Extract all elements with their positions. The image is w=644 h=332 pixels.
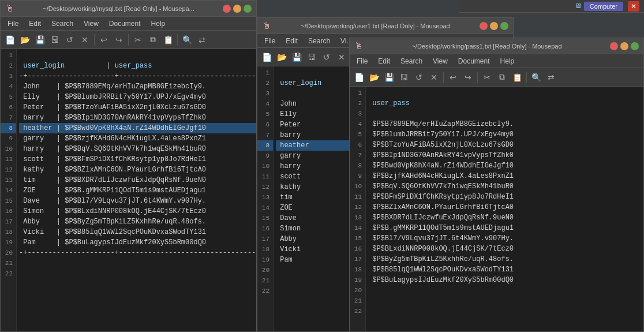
pass1-tb-reload[interactable]: ↺ — [412, 70, 426, 84]
mysql-line-4: John | $P$B7889EMq/erHIuZapMB8GEizebcIy9… — [19, 81, 256, 92]
mysql-line-2: user_login | user_pass — [19, 61, 256, 71]
pass1-menu-file[interactable]: File — [352, 56, 372, 66]
mysql-close-btn[interactable] — [223, 5, 231, 13]
user1-tb-save-as[interactable]: 💾 — [290, 50, 304, 64]
mysql-line-15: Dave | $P$Bl7/V9Lqvu37jJT.6t4KWmY.v907Hy… — [19, 196, 256, 206]
pass1-tb-sep3 — [526, 72, 527, 83]
pass1-menu-view[interactable]: View — [428, 56, 452, 66]
mysql-tb-cut[interactable]: ✂ — [131, 33, 145, 47]
pass1-line-13: $P$BXDR7dLIJczwfuExJdpQqRsNf.9ueN0 — [368, 212, 643, 223]
pass1-max-btn[interactable] — [631, 42, 639, 50]
mysql-tb-open[interactable]: 📂 — [18, 33, 32, 47]
pass1-line-11: $P$BFmSPiDX1fChKRsytp1yp8Jo7RdHeI1 — [368, 192, 643, 202]
pass1-line-16: $P$BLxdiNNRP008kOQ.jE44CjSK/7tEcz0 — [368, 244, 643, 254]
pass1-menu-help[interactable]: Help — [496, 56, 519, 66]
mousepad-icon: 🖱 — [5, 3, 14, 14]
pass1-tb-save[interactable]: 🖫 — [397, 70, 411, 84]
pass1-line-4: $P$B7889EMq/erHIuZapMB8GEizebcIy9. — [368, 119, 643, 129]
pass1-line-15: $P$Bl7/V9Lqvu37jJT.6t4KWmY.v907Hy. — [368, 233, 643, 244]
pass1-min-btn[interactable] — [620, 42, 628, 50]
mysql-tb-new[interactable]: 📄 — [3, 33, 17, 47]
mysql-line-20: -+---------------------+----------------… — [19, 248, 256, 258]
pass1-menu-edit[interactable]: Edit — [373, 56, 395, 66]
pass1-menu-document[interactable]: Document — [454, 56, 495, 66]
mysql-menu-help[interactable]: Help — [147, 18, 170, 29]
mysql-line-11: scott | $P$BFmSPiDX1fChKRsytp1yp8Jo7RdHe… — [19, 154, 256, 165]
pass1-tb-open[interactable]: 📂 — [367, 70, 381, 84]
user1-menu-file[interactable]: File — [260, 36, 280, 46]
mysql-line-12: kathy | $P$BZlxAMnC6ON.PYaurLGrhfBi6Tjtc… — [19, 165, 256, 175]
user1-tb-open[interactable]: 📂 — [275, 50, 289, 64]
pass1-window: 🖱 ~/Desktop/working/pass1.txt [Read Only… — [349, 38, 644, 332]
pass1-tb-replace[interactable]: ⇄ — [544, 70, 558, 84]
mysql-line-16: Simon | $P$BLxdiNNRP008kOQ.jE44CjSK/7tEc… — [19, 206, 256, 217]
pass1-menu-search[interactable]: Search — [396, 56, 427, 66]
mysql-menu-document[interactable]: Document — [104, 18, 145, 29]
mysql-tb-sep3 — [177, 34, 178, 46]
mysql-menu-edit[interactable]: Edit — [24, 18, 46, 29]
pass1-line-10: $P$BqV.SQ6OtKhVV7k7h1wqESkMh41buR0 — [368, 181, 643, 192]
mysql-menu-search[interactable]: Search — [47, 18, 78, 29]
computer-icon: 🖥 — [575, 2, 582, 10]
mysql-window-controls — [223, 5, 252, 13]
pass1-line-19: $P$BuLagypsIJdEuzMkf20XyS5bRm00dQ0 — [368, 275, 643, 285]
mysql-menu-file[interactable]: File — [3, 18, 23, 29]
user1-min-btn[interactable] — [490, 22, 498, 30]
pass1-close-btn[interactable] — [610, 42, 618, 50]
pass1-tb-undo[interactable]: ↩ — [446, 70, 460, 84]
mysql-line-3: -+---------------------+----------------… — [19, 71, 256, 81]
mysql-tb-redo[interactable]: ↪ — [112, 33, 126, 47]
pass1-tb-copy[interactable]: ⧉ — [495, 70, 509, 84]
mysql-tb-replace[interactable]: ⇄ — [195, 33, 209, 47]
mysql-tb-copy[interactable]: ⧉ — [146, 33, 160, 47]
pass1-tb-new[interactable]: 📄 — [352, 70, 366, 84]
pass1-tb-cut[interactable]: ✂ — [480, 70, 494, 84]
mysql-line-21 — [19, 258, 256, 268]
mysql-tb-save[interactable]: 🖫 — [48, 33, 62, 47]
user1-tb-reload[interactable]: ↺ — [320, 50, 334, 64]
mysql-tb-save-as[interactable]: 💾 — [33, 33, 47, 47]
user1-mousepad-icon: 🖱 — [262, 21, 271, 31]
user1-tb-close[interactable]: ✕ — [335, 50, 349, 64]
user1-line-numbers: 1 2 3 4 5 6 7 8 9 10 11 12 13 14 15 16 1… — [257, 66, 274, 331]
user1-window-controls — [480, 22, 508, 30]
pass1-window-title: ~/Desktop/working/pass1.txt [Read Only] … — [367, 43, 606, 50]
mysql-tb-paste[interactable]: 📋 — [161, 33, 175, 47]
pass1-line-18: $P$B85lqQ1WWl2SqcPOuKDvxaSWodTY131 — [368, 264, 643, 275]
user1-tb-save[interactable]: 🖫 — [305, 50, 319, 64]
user1-tb-new[interactable]: 📄 — [260, 50, 274, 64]
pass1-line-22 — [368, 306, 643, 316]
pass1-line-20 — [368, 285, 643, 296]
computer-button[interactable]: Computer — [584, 2, 623, 11]
mysql-tb-sep2 — [128, 34, 129, 46]
user1-close-btn[interactable] — [480, 22, 488, 30]
pass1-tb-close[interactable]: ✕ — [427, 70, 441, 84]
mysql-line-9: garry | $P$BzjfKAHd6N4cHKiugLX.4aLes8Pxn… — [19, 133, 256, 144]
pass1-code[interactable]: user_pass $P$B7889EMq/erHIuZapMB8GEizebc… — [366, 87, 643, 331]
system-close-btn[interactable]: ✕ — [628, 1, 639, 12]
mysql-max-btn[interactable] — [244, 5, 252, 13]
mysql-tb-reload[interactable]: ↺ — [63, 33, 77, 47]
mysql-code[interactable]: user_login | user_pass -+---------------… — [17, 49, 256, 331]
mysql-tb-undo[interactable]: ↩ — [97, 33, 111, 47]
pass1-tb-redo[interactable]: ↪ — [461, 70, 475, 84]
pass1-tb-save-as[interactable]: 💾 — [382, 70, 396, 84]
pass1-line-14: $P$B.gMMKRP11QOdT5m1s9mstAUEDjagu1 — [368, 223, 643, 233]
mysql-line-1 — [19, 50, 256, 61]
user1-max-btn[interactable] — [500, 22, 508, 30]
pass1-mousepad-icon: 🖱 — [354, 41, 364, 51]
user1-menu-search[interactable]: Search — [304, 36, 335, 46]
mysql-menu-bar: File Edit Search View Document Help — [1, 17, 256, 31]
mysql-line-6: Peter | $P$BTzoYuAFiBA5ixX2njL0XcLzu67sG… — [19, 102, 256, 113]
pass1-toolbar: 📄 📂 💾 🖫 ↺ ✕ ↩ ↪ ✂ ⧉ 📋 🔍 ⇄ — [350, 68, 643, 87]
pass1-line-1 — [368, 88, 643, 98]
mysql-tb-close[interactable]: ✕ — [78, 33, 92, 47]
mysql-tb-search[interactable]: 🔍 — [180, 33, 194, 47]
pass1-tb-paste[interactable]: 📋 — [510, 70, 524, 84]
user1-menu-edit[interactable]: Edit — [281, 36, 302, 46]
pass1-tb-search[interactable]: 🔍 — [529, 70, 543, 84]
mysql-menu-view[interactable]: View — [79, 18, 103, 29]
mysql-tb-sep1 — [94, 34, 95, 46]
mysql-min-btn[interactable] — [233, 5, 241, 13]
pass1-tb-sep2 — [477, 72, 478, 83]
